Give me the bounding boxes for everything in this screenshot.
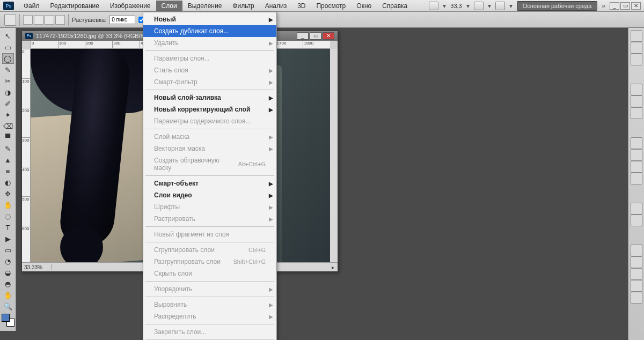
- ruler-tick: 200: [85, 41, 112, 48]
- color-swatches[interactable]: [2, 314, 14, 327]
- screen-mode-icon[interactable]: [429, 2, 438, 10]
- menu-item[interactable]: Новый слой-заливка▶: [143, 92, 276, 104]
- arrange-docs-icon[interactable]: [474, 2, 484, 10]
- feather-input[interactable]: [109, 15, 135, 24]
- menu-редактирование[interactable]: Редактирование: [45, 1, 105, 11]
- close-button[interactable]: ✕: [631, 2, 641, 10]
- tool-12[interactable]: ≡: [2, 166, 14, 176]
- menu-item-label: Скрыть слои: [154, 270, 192, 277]
- ruler-tick: 100: [22, 78, 30, 108]
- tool-3[interactable]: ✎: [2, 64, 14, 75]
- menu-просмотр[interactable]: Просмотр: [311, 1, 351, 11]
- tool-23[interactable]: ✋: [2, 290, 14, 300]
- doc-minimize-button[interactable]: _: [297, 32, 309, 40]
- doc-app-icon: Ps: [25, 33, 33, 39]
- tool-5[interactable]: ◑: [2, 87, 14, 98]
- tool-4[interactable]: ✂: [2, 76, 14, 86]
- panel-icon[interactable]: [631, 95, 642, 107]
- menu-separator: [145, 297, 274, 297]
- menu-файл[interactable]: Файл: [18, 1, 45, 11]
- panel-icon[interactable]: [631, 268, 642, 280]
- status-arrow-icon[interactable]: ▸: [328, 264, 338, 270]
- menu-выделение[interactable]: Выделение: [182, 1, 228, 11]
- tool-9[interactable]: ▀: [2, 132, 14, 143]
- menu-справка[interactable]: Справка: [377, 1, 413, 11]
- tool-16[interactable]: ◌: [2, 211, 14, 221]
- tool-20[interactable]: ◔: [2, 256, 14, 267]
- menu-item-label: Новый: [154, 16, 176, 23]
- menu-изображение[interactable]: Изображение: [105, 1, 156, 11]
- menu-item[interactable]: Слои видео▶: [143, 189, 276, 201]
- panel-icon[interactable]: [631, 215, 642, 226]
- menu-3d[interactable]: 3D: [292, 1, 311, 11]
- panel-icon[interactable]: [631, 280, 642, 292]
- panel-icon[interactable]: [631, 161, 642, 173]
- menu-item-label: Шрифты: [154, 203, 180, 211]
- tool-22[interactable]: ◓: [2, 278, 14, 289]
- tool-14[interactable]: ✥: [2, 188, 14, 199]
- sel-intersect-icon[interactable]: [55, 15, 65, 25]
- tool-8[interactable]: ⌫: [2, 121, 14, 131]
- menu-item[interactable]: Смарт-объект▶: [143, 178, 276, 189]
- panel-icon[interactable]: [631, 54, 642, 65]
- menu-слои[interactable]: Слои: [156, 1, 182, 11]
- tool-19[interactable]: ▭: [2, 245, 14, 255]
- menu-item-label: Разгруппировать слои: [154, 258, 221, 265]
- submenu-arrow-icon: ▶: [269, 107, 273, 113]
- workspace-switcher[interactable]: Основная рабочая среда: [517, 1, 598, 11]
- panel-icon[interactable]: [631, 149, 642, 161]
- panel-icon[interactable]: [631, 42, 642, 54]
- menu-item-label: Удалить: [154, 39, 179, 47]
- extra-icon[interactable]: [495, 2, 505, 10]
- expand-icon[interactable]: »: [602, 2, 605, 10]
- menu-item[interactable]: Новый▶: [143, 13, 276, 25]
- panel-icon[interactable]: [631, 173, 642, 184]
- doc-close-button[interactable]: ✕: [323, 32, 334, 40]
- tool-15[interactable]: ✋: [2, 199, 14, 210]
- foreground-color-swatch[interactable]: [2, 314, 10, 322]
- menu-фильтр[interactable]: Фильтр: [227, 1, 259, 11]
- tool-24[interactable]: 🔍: [2, 301, 14, 312]
- restore-button[interactable]: ▭: [620, 2, 630, 10]
- active-tool-lasso-icon[interactable]: [4, 14, 16, 26]
- tool-7[interactable]: ✦: [2, 109, 14, 120]
- panel-icon[interactable]: [631, 245, 642, 256]
- menu-item-label: Слой-маска: [154, 133, 189, 141]
- panel-icon[interactable]: [631, 256, 642, 268]
- panel-icon[interactable]: [631, 107, 642, 119]
- doc-maximize-button[interactable]: ▭: [310, 32, 321, 40]
- tool-10[interactable]: ✎: [2, 143, 14, 154]
- tool-17[interactable]: T: [2, 222, 14, 233]
- menu-item: Удалить▶: [143, 37, 276, 49]
- panel-icon[interactable]: [631, 292, 642, 304]
- menu-item[interactable]: Создать дубликат слоя...: [143, 25, 276, 37]
- menu-item[interactable]: Новый корректирующий слой▶: [143, 104, 276, 115]
- vertical-ruler[interactable]: 0100200300400500600: [22, 49, 31, 262]
- tool-6[interactable]: ✐: [2, 98, 14, 109]
- minimize-button[interactable]: _: [610, 2, 619, 10]
- tool-2[interactable]: ◯: [2, 53, 14, 64]
- menu-анализ[interactable]: Анализ: [260, 1, 292, 11]
- panel-icon[interactable]: [631, 137, 642, 149]
- menu-separator: [145, 226, 274, 227]
- panel-icon[interactable]: [631, 84, 642, 95]
- sel-add-icon[interactable]: [34, 15, 43, 25]
- panel-icon[interactable]: [631, 30, 642, 42]
- tool-21[interactable]: ◒: [2, 267, 14, 278]
- menu-item-label: Смарт-фильтр: [154, 78, 197, 86]
- vertical-scrollbar[interactable]: [330, 49, 338, 262]
- status-zoom[interactable]: 33.33%: [22, 264, 52, 270]
- tool-11[interactable]: ▲: [2, 154, 14, 165]
- zoom-display[interactable]: 33,3: [450, 3, 462, 9]
- submenu-arrow-icon: ▶: [269, 68, 273, 73]
- tool-18[interactable]: ▶: [2, 233, 14, 244]
- sel-new-icon[interactable]: [23, 15, 33, 25]
- sel-subtract-icon[interactable]: [45, 15, 54, 25]
- menu-окно[interactable]: Окно: [351, 1, 377, 11]
- tool-1[interactable]: ▭: [2, 42, 14, 53]
- menu-item: Закрепить слои...: [143, 326, 276, 338]
- tool-13[interactable]: ◐: [2, 177, 14, 188]
- ruler-tick: 600: [22, 226, 30, 255]
- tool-0[interactable]: ↖: [2, 31, 14, 41]
- panel-icon[interactable]: [631, 203, 642, 215]
